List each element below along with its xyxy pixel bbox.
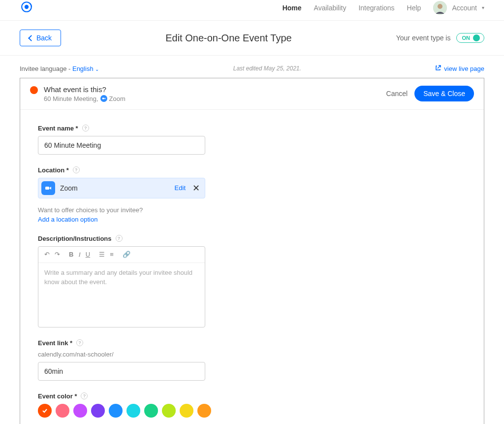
event-link-label: Event link *	[38, 339, 72, 347]
link-icon[interactable]: 🔗	[123, 251, 130, 258]
location-hint: Want to offer choices to your invitee?	[38, 206, 205, 214]
event-name-label: Event name *	[38, 125, 78, 132]
invitee-lang-label: Invitee language -	[20, 65, 72, 72]
close-icon[interactable]: ✕	[192, 183, 200, 194]
chevron-down-icon: ⌄	[95, 66, 99, 72]
color-swatch[interactable]	[162, 404, 176, 418]
location-value: Zoom	[60, 184, 78, 192]
invitee-language: Invitee language - English ⌄	[20, 65, 99, 72]
nav-integrations[interactable]: Integrations	[358, 4, 394, 12]
logo[interactable]	[20, 0, 33, 15]
account-label: Account	[452, 4, 477, 12]
toggle-label: Your event type is	[396, 34, 451, 42]
location-label: Location *	[38, 166, 69, 174]
location-field: Location *? Zoom Edit ✕ Want to offer ch…	[38, 166, 205, 223]
event-color-label: Event color *	[38, 392, 77, 400]
help-icon[interactable]: ?	[116, 235, 123, 242]
svg-point-3	[438, 4, 442, 9]
nav-links: Home Availability Integrations Help Acco…	[283, 1, 484, 15]
description-editor: ↶ ↷ B I U ☰ ≡ 🔗 Write	[38, 246, 205, 327]
toggle-state: ON	[462, 35, 470, 41]
sub-nav: Back Edit One-on-One Event Type Your eve…	[0, 21, 504, 56]
last-edited: Last edited May 25, 2021.	[233, 65, 301, 73]
color-swatch[interactable]	[197, 404, 211, 418]
top-nav: Home Availability Integrations Help Acco…	[0, 0, 504, 21]
external-link-icon	[435, 65, 441, 72]
event-name-input[interactable]	[38, 136, 205, 155]
view-live-link[interactable]: view live page	[435, 65, 484, 72]
redo-icon[interactable]: ↷	[55, 251, 60, 258]
undo-icon[interactable]: ↶	[44, 251, 50, 258]
color-swatch[interactable]	[109, 404, 123, 418]
color-swatch[interactable]	[180, 404, 193, 418]
underline-icon[interactable]: U	[86, 251, 90, 259]
event-link-field: Event link *? calendly.com/nat-schooler/	[38, 339, 205, 381]
toggle-dot	[473, 34, 480, 41]
nav-availability[interactable]: Availability	[314, 4, 346, 12]
svg-point-1	[25, 5, 29, 9]
event-type-toggle[interactable]: ON	[456, 33, 484, 43]
event-color-dot	[30, 86, 38, 94]
description-label: Description/Instructions	[38, 235, 112, 242]
help-icon[interactable]: ?	[82, 125, 89, 131]
avatar	[433, 1, 447, 15]
rte-toolbar: ↶ ↷ B I U ☰ ≡ 🔗	[38, 247, 205, 263]
nav-help[interactable]: Help	[407, 4, 421, 12]
invitee-lang-select[interactable]: English ⌄	[72, 65, 99, 72]
bullet-list-icon[interactable]: ☰	[99, 251, 105, 258]
view-live-label: view live page	[444, 65, 484, 72]
location-box: Zoom Edit ✕	[38, 178, 205, 198]
event-color-field: Event color *?	[38, 392, 466, 418]
help-icon[interactable]: ?	[76, 339, 83, 346]
event-name-field: Event name *?	[38, 125, 205, 155]
color-swatch[interactable]	[38, 404, 52, 418]
toggle-row: Your event type is ON	[396, 33, 484, 43]
zoom-icon	[100, 95, 107, 102]
color-swatch[interactable]	[144, 404, 158, 418]
meta-row: Invitee language - English ⌄ Last edited…	[0, 56, 504, 78]
back-button[interactable]: Back	[20, 30, 61, 46]
event-link-prefix: calendly.com/nat-schooler/	[38, 351, 205, 358]
color-swatch[interactable]	[73, 404, 87, 418]
italic-icon[interactable]: I	[78, 251, 80, 259]
section-subtitle: 60 Minute Meeting, Zoom	[44, 95, 126, 102]
account-section[interactable]: Account ▾	[433, 1, 484, 15]
color-swatch[interactable]	[56, 404, 69, 418]
help-icon[interactable]: ?	[73, 166, 80, 173]
save-button[interactable]: Save & Close	[414, 86, 474, 101]
description-input[interactable]: Write a summary and any details your inv…	[38, 263, 205, 327]
nav-home[interactable]: Home	[283, 4, 302, 12]
event-link-input[interactable]	[38, 362, 205, 381]
event-form: Event name *? Location *? Zoom Edit ✕ Wa…	[20, 110, 484, 424]
svg-rect-5	[45, 187, 49, 190]
color-swatch[interactable]	[126, 404, 140, 418]
chevron-down-icon: ▾	[482, 5, 484, 10]
section-title: What event is this?	[44, 85, 126, 94]
chevron-left-icon	[29, 34, 33, 42]
bold-icon[interactable]: B	[69, 251, 73, 259]
location-edit-link[interactable]: Edit	[175, 184, 186, 192]
zoom-icon	[41, 181, 55, 195]
cancel-button[interactable]: Cancel	[386, 90, 408, 98]
add-location-link[interactable]: Add a location option	[38, 216, 97, 223]
number-list-icon[interactable]: ≡	[110, 251, 114, 258]
page-title: Edit One-on-One Event Type	[165, 33, 291, 44]
color-swatch[interactable]	[91, 404, 105, 418]
help-icon[interactable]: ?	[81, 392, 88, 399]
card-header: What event is this? 60 Minute Meeting, Z…	[20, 78, 484, 110]
back-label: Back	[36, 34, 52, 42]
color-swatches	[38, 404, 466, 418]
svg-rect-4	[102, 98, 104, 99]
event-card: What event is this? 60 Minute Meeting, Z…	[20, 78, 484, 424]
description-field: Description/Instructions? ↶ ↷ B I U ☰ ≡	[38, 235, 205, 327]
